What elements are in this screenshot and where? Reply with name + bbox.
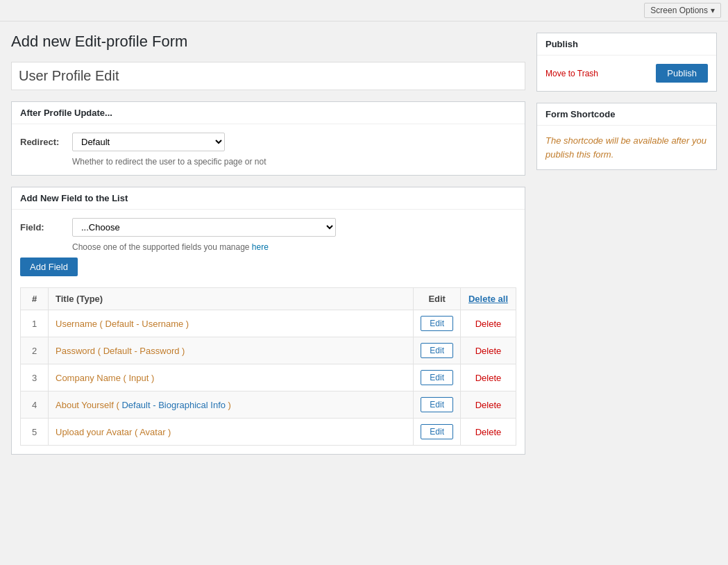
publish-button[interactable]: Publish [656, 64, 708, 83]
delete-row-link[interactable]: Delete [475, 346, 502, 356]
row-title: About Yourself ( Default - Biographical … [56, 400, 231, 410]
delete-all-link[interactable]: Delete all [468, 294, 508, 304]
screen-options-label: Screen Options [650, 6, 708, 15]
after-profile-update-body: Redirect: Default Whether to redirect th… [12, 124, 525, 175]
field-help-link[interactable]: here [252, 242, 269, 252]
table-row: 2 Password ( Default - Password ) Edit D… [21, 337, 516, 364]
fields-table: # Title (Type) Edit Delete all 1 Usernam… [20, 287, 516, 446]
row-delete-cell: Delete [461, 364, 516, 391]
add-new-field-header: Add New Field to the List [12, 187, 525, 210]
row-title-cell: Upload your Avatar ( Avatar ) [49, 419, 414, 446]
edit-row-button[interactable]: Edit [421, 424, 453, 439]
field-label: Field: [20, 218, 65, 233]
table-row: 1 Username ( Default - Username ) Edit D… [21, 310, 516, 337]
publish-panel-header: Publish [537, 33, 716, 56]
edit-row-button[interactable]: Edit [421, 316, 453, 331]
after-profile-update-header: After Profile Update... [12, 102, 525, 124]
row-title-cell: About Yourself ( Default - Biographical … [49, 391, 414, 419]
move-to-trash-link[interactable]: Move to Trash [545, 69, 598, 78]
delete-row-link[interactable]: Delete [475, 373, 502, 383]
row-edit-cell: Edit [414, 310, 461, 337]
after-profile-update-panel: After Profile Update... Redirect: Defaul… [11, 101, 525, 176]
left-column: Add new Edit-profile Form After Profile … [11, 33, 525, 466]
shortcode-note: The shortcode will be available after yo… [545, 134, 708, 161]
row-num: 3 [21, 364, 49, 391]
table-row: 4 About Yourself ( Default - Biographica… [21, 391, 516, 419]
row-title: Upload your Avatar ( Avatar ) [56, 427, 171, 437]
col-edit: Edit [414, 288, 461, 310]
col-delete-all: Delete all [461, 288, 516, 310]
publish-row: Move to Trash Publish [545, 64, 708, 83]
row-edit-cell: Edit [414, 391, 461, 419]
row-title-cell: Password ( Default - Password ) [49, 337, 414, 364]
row-title-cell: Company Name ( Input ) [49, 364, 414, 391]
row-edit-cell: Edit [414, 419, 461, 446]
form-shortcode-header: Form Shortcode [537, 103, 716, 126]
table-row: 3 Company Name ( Input ) Edit Delete [21, 364, 516, 391]
row-title-cell: Username ( Default - Username ) [49, 310, 414, 337]
row-delete-cell: Delete [461, 310, 516, 337]
top-bar: Screen Options ▾ [0, 0, 728, 22]
redirect-select[interactable]: Default [72, 133, 225, 151]
edit-row-button[interactable]: Edit [421, 370, 453, 385]
delete-row-link[interactable]: Delete [475, 400, 502, 410]
row-title: Company Name ( Input ) [56, 373, 154, 383]
edit-row-button[interactable]: Edit [421, 343, 453, 358]
row-num: 2 [21, 337, 49, 364]
row-title: Password ( Default - Password ) [56, 346, 185, 356]
page-title: Add new Edit-profile Form [11, 33, 525, 51]
field-chooser-select[interactable]: ...Choose [72, 218, 336, 237]
add-field-button[interactable]: Add Field [20, 258, 78, 276]
field-help-text: Choose one of the supported fields you m… [72, 242, 516, 252]
table-row: 5 Upload your Avatar ( Avatar ) Edit Del… [21, 419, 516, 446]
form-title-input[interactable] [11, 62, 525, 90]
delete-row-link[interactable]: Delete [475, 319, 502, 329]
publish-panel-body: Move to Trash Publish [537, 56, 716, 91]
redirect-help-text: Whether to redirect the user to a specif… [72, 157, 516, 167]
col-title: Title (Type) [49, 288, 414, 310]
row-delete-cell: Delete [461, 391, 516, 419]
screen-options-button[interactable]: Screen Options ▾ [644, 3, 721, 18]
row-num: 5 [21, 419, 49, 446]
row-delete-cell: Delete [461, 419, 516, 446]
row-num: 4 [21, 391, 49, 419]
form-shortcode-body: The shortcode will be available after yo… [537, 126, 716, 169]
edit-row-button[interactable]: Edit [421, 397, 453, 412]
row-delete-cell: Delete [461, 337, 516, 364]
delete-row-link[interactable]: Delete [475, 427, 502, 437]
row-edit-cell: Edit [414, 364, 461, 391]
row-num: 1 [21, 310, 49, 337]
form-shortcode-panel: Form Shortcode The shortcode will be ava… [536, 103, 717, 170]
col-num: # [21, 288, 49, 310]
right-column: Publish Move to Trash Publish Form Short… [536, 33, 717, 466]
add-new-field-body: Field: ...Choose Choose one of the suppo… [12, 210, 525, 454]
add-new-field-panel: Add New Field to the List Field: ...Choo… [11, 187, 525, 455]
redirect-field-row: Redirect: Default [20, 133, 516, 151]
table-header-row: # Title (Type) Edit Delete all [21, 288, 516, 310]
chevron-down-icon: ▾ [711, 6, 715, 15]
redirect-label: Redirect: [20, 133, 65, 147]
field-chooser-row: Field: ...Choose [20, 218, 516, 237]
row-edit-cell: Edit [414, 337, 461, 364]
row-title: Username ( Default - Username ) [56, 319, 189, 329]
publish-panel: Publish Move to Trash Publish [536, 33, 717, 92]
